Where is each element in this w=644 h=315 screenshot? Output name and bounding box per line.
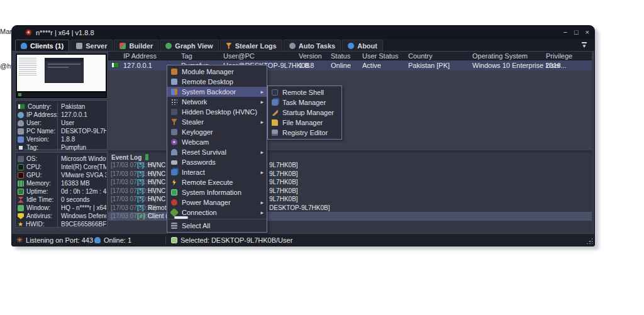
- info-value: Intel(R) Core(TM) i7: [57, 163, 106, 171]
- client-details-sidebar: Country: Pakistan IP Address: 127.0.0.1 …: [15, 53, 108, 233]
- minimize-button[interactable]: −: [563, 26, 567, 39]
- event-marker: [*]: [137, 204, 144, 211]
- menu-label: Registry Editor: [282, 129, 328, 136]
- info-label: CPU:: [26, 163, 42, 170]
- menu-item-module-manager[interactable]: Module Manager: [167, 67, 267, 77]
- menu-item-system-backdoor[interactable]: System Backdoor ▸: [167, 87, 267, 97]
- col-user-pc[interactable]: User@PC: [223, 52, 255, 60]
- submenu-item-task-manager[interactable]: Task Manager: [268, 97, 341, 108]
- stealer-icon: [171, 119, 177, 125]
- tab-clients[interactable]: Clients (1): [15, 40, 69, 51]
- event-log-title: Event Log: [111, 154, 142, 161]
- menu-label: Stealer: [182, 118, 204, 126]
- tab-graph-view[interactable]: Graph View: [160, 40, 218, 51]
- menu-item-keylogger[interactable]: Keylogger: [167, 127, 267, 137]
- col-operating-system[interactable]: Operating System: [472, 52, 528, 60]
- cell-user-status: Active: [362, 60, 381, 70]
- tab-server[interactable]: Server: [70, 40, 113, 51]
- menu-label: Remote Desktop: [182, 78, 233, 86]
- col-status[interactable]: Status: [331, 52, 350, 60]
- menu-item-stealer[interactable]: Stealer ▸: [167, 117, 267, 127]
- tab-label: Auto Tasks: [299, 42, 335, 50]
- tab-overflow-icon[interactable]: ▼: [582, 42, 587, 49]
- col-privilege[interactable]: Privilege: [546, 52, 572, 60]
- menu-item-webcam[interactable]: Webcam: [167, 137, 267, 147]
- antivirus-shield-icon: [18, 213, 24, 219]
- title-bar[interactable]: n****r | x64 | v1.8.8 − □ ×: [12, 26, 594, 39]
- hwid-star-icon: ★: [18, 221, 23, 228]
- menu-label: Remote Shell: [282, 89, 324, 96]
- menu-item-remote-desktop[interactable]: Remote Desktop: [167, 77, 267, 87]
- info-row-window: Window: HQ - n****r | x64 |: [16, 204, 107, 212]
- auto-tasks-icon: [289, 43, 296, 49]
- menu-item-remote-execute[interactable]: Remote Execute: [167, 177, 267, 187]
- col-user-status[interactable]: User Status: [362, 52, 398, 60]
- menu-item-network[interactable]: Network ▸: [167, 97, 267, 107]
- tab-auto-tasks[interactable]: Auto Tasks: [284, 40, 341, 51]
- tag-icon: [18, 145, 24, 151]
- event-text-right: 9L7HK0B]: [269, 187, 298, 194]
- table-header: IP Address Tag User@PC Version Status Us…: [108, 52, 592, 60]
- client-context-menu: Module Manager Remote Desktop System Bac…: [167, 65, 267, 233]
- submenu-arrow-icon: ▸: [260, 119, 264, 125]
- status-separator: [165, 236, 166, 244]
- event-log-filter-icon[interactable]: [145, 154, 148, 160]
- submenu-item-file-manager[interactable]: File Manager: [268, 118, 341, 128]
- tab-label: Builder: [129, 42, 153, 50]
- col-tag[interactable]: Tag: [181, 52, 192, 60]
- cell-country: Pakistan [PK]: [408, 60, 450, 70]
- uptime-icon: [18, 189, 24, 195]
- info-row-ip: IP Address: 127.0.0.1: [16, 111, 107, 119]
- menu-item-interact[interactable]: Interact ▸: [167, 167, 267, 177]
- maximize-button[interactable]: □: [574, 26, 579, 39]
- menu-item-passwords[interactable]: Passwords: [167, 157, 267, 167]
- submenu-item-remote-shell[interactable]: Remote Shell: [268, 87, 341, 97]
- listening-status: Listening on Port: 443: [26, 236, 93, 244]
- info-row-cpu: CPU: Intel(R) Core(TM) i7: [16, 163, 107, 171]
- menu-item-hidden-desktop-hvnc[interactable]: Hidden Desktop (HVNC): [167, 107, 267, 117]
- menu-item-reset-survival[interactable]: Reset Survival ▸: [167, 147, 267, 157]
- info-value: Windows Defende: [57, 212, 106, 220]
- menu-item-system-information[interactable]: System Information: [167, 187, 267, 197]
- remote-execute-lightning-icon: [171, 179, 177, 185]
- submenu-arrow-icon: ▸: [260, 99, 264, 105]
- col-ip-address[interactable]: IP Address: [123, 52, 157, 60]
- cell-privilege: User: [546, 60, 560, 70]
- info-label: User:: [26, 119, 42, 126]
- info-row-idle-time: Idle Time: 0 seconds: [16, 196, 107, 204]
- select-all-grid-icon: [171, 223, 177, 229]
- menu-label: Startup Manager: [282, 109, 334, 116]
- menu-scroll-pill: [174, 216, 188, 219]
- menu-label: Hidden Desktop (HVNC): [182, 108, 257, 116]
- info-row-pc-name: PC Name: DESKTOP-9L7HK0B: [16, 127, 107, 135]
- col-country[interactable]: Country: [408, 52, 433, 60]
- submenu-item-startup-manager[interactable]: Startup Manager: [268, 108, 341, 118]
- event-marker: [+]: [137, 213, 145, 219]
- info-label: Antivirus:: [26, 213, 52, 219]
- info-label: Memory:: [26, 180, 51, 187]
- module-manager-icon: [171, 69, 177, 75]
- menu-label: System Information: [182, 189, 242, 196]
- tab-about[interactable]: About: [342, 40, 383, 51]
- info-value: DESKTOP-9L7HK0B: [57, 127, 106, 135]
- client-screenshot-thumbnail[interactable]: [15, 53, 108, 99]
- close-button[interactable]: ×: [586, 26, 589, 39]
- info-row-user: User: User: [16, 119, 107, 127]
- event-text: Client (: [148, 213, 168, 219]
- tab-builder[interactable]: Builder: [114, 40, 158, 51]
- info-label: Tag:: [26, 144, 38, 151]
- event-text-right: 9L7HK0B]: [269, 162, 298, 169]
- status-separator: [89, 236, 89, 244]
- thumbnail-desktop: [17, 55, 106, 91]
- webcam-icon: [171, 139, 177, 145]
- col-version[interactable]: Version: [299, 52, 322, 60]
- menu-item-select-all[interactable]: Select All: [167, 221, 267, 231]
- menu-item-power-manager[interactable]: Power Manager ▸: [167, 197, 267, 207]
- event-text-right: DESKTOP-9L7HK0B]: [269, 204, 330, 211]
- submenu-item-registry-editor[interactable]: Registry Editor: [268, 128, 341, 138]
- tab-stealer-logs[interactable]: Stealer Logs: [220, 40, 282, 51]
- system-information-icon: [171, 189, 177, 196]
- listening-icon: ✳: [16, 236, 23, 244]
- resize-grip[interactable]: [586, 238, 592, 244]
- info-value: 0 seconds: [57, 196, 106, 204]
